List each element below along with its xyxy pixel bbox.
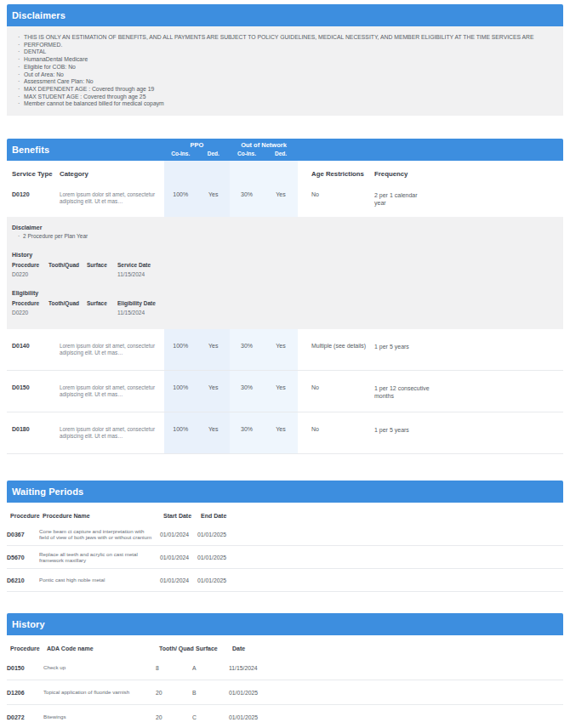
procedure-code: D1206 <box>7 690 43 696</box>
age-restrictions-value: No <box>311 426 374 453</box>
service-type-code: D0180 <box>12 426 60 453</box>
procedure-value: D0220 <box>12 310 48 316</box>
age-restrictions-value: Multiple (see details) <box>311 343 374 370</box>
service-date-value: 11/15/2024 <box>117 271 555 277</box>
frequency-value: 1 per 12 consecutive months <box>374 384 430 412</box>
details-history-title: History <box>12 252 555 258</box>
oon-values: 30%Yes <box>230 426 298 453</box>
disclaimer-item: PERFORMED. <box>18 42 553 49</box>
disclaimer-item: Eligible for COB: No <box>18 64 553 71</box>
surface-value: B <box>192 690 229 696</box>
waiting-periods-table-header-row: Procedure Procedure Name Start Date End … <box>7 503 563 523</box>
frequency-value: 1 per 5 years <box>374 343 430 370</box>
details-eligibility-row: D0220 11/15/2024 <box>12 310 555 316</box>
procedure-name: Cone beam ct capture and interpretation … <box>39 528 160 541</box>
tooth-quad-value: 20 <box>156 714 192 720</box>
category-text: Lorem ipsum dolor sit amet, consectetur … <box>60 191 164 217</box>
end-date-value: 01/01/2025 <box>197 532 563 537</box>
oon-values: 30%Yes <box>230 384 298 412</box>
waiting-period-row: D5670 Replace all teeth and acrylic on c… <box>7 546 563 569</box>
ppo-values: 100%Yes <box>164 384 230 412</box>
surface-value: C <box>192 714 229 720</box>
service-type-column-header: Service Type <box>12 170 60 178</box>
procedure-name: Replace all teeth and acrylic on cast me… <box>39 551 160 564</box>
procedure-value: D0220 <box>12 271 48 277</box>
tooth-quad-value: 8 <box>156 665 192 671</box>
waiting-period-row: D6210 Pontic cast high noble metal 01/01… <box>7 569 563 592</box>
procedure-code: D6210 <box>7 577 39 583</box>
section-title: Waiting Periods <box>12 486 83 497</box>
category-text: Lorem ipsum dolor sit amet, consectetur … <box>60 384 164 412</box>
disclaimers-section: Disclaimers THIS IS ONLY AN ESTIMATION O… <box>7 4 563 116</box>
disclaimers-header-bar: Disclaimers <box>7 4 563 26</box>
ppo-ded-value: Yes <box>197 191 231 217</box>
surface-column-header: Surface <box>87 262 117 268</box>
tooth-quad-column-header: Tooth/Quad <box>48 262 87 268</box>
end-date-value: 01/01/2025 <box>197 577 563 583</box>
benefits-estimation-page: Disclaimers THIS IS ONLY AN ESTIMATION O… <box>0 0 570 728</box>
date-value: 11/15/2024 <box>229 665 563 671</box>
ppo-label: PPO <box>164 141 230 150</box>
disclaimer-item: THIS IS ONLY AN ESTIMATION OF BENEFITS, … <box>18 34 553 42</box>
age-restrictions-column-header: Age Restrictions <box>311 170 374 178</box>
oon-ded-value: Yes <box>264 426 298 453</box>
details-history-block: History Procedure Tooth/Quad Surface Ser… <box>12 252 555 277</box>
benefit-row-d0150[interactable]: D0150 Lorem ipsum dolor sit amet, consec… <box>7 371 563 412</box>
procedure-column-header: Procedure <box>10 646 47 651</box>
history-row: D0150 Check up 8 A 11/15/2024 <box>7 656 563 680</box>
disclaimer-item: Assessment Care Plan: No <box>18 78 553 86</box>
details-eligibility-title: Eligibility <box>12 290 555 296</box>
oon-ded-label: Ded. <box>264 150 298 157</box>
procedure-name-column-header: Procedure Name <box>43 513 163 519</box>
frequency-value: 1 per 5 years <box>374 426 430 453</box>
benefit-row-d0120[interactable]: D0120 Lorem ipsum dolor sit amet, consec… <box>7 186 563 217</box>
procedure-column-header: Procedure <box>12 300 48 306</box>
age-restrictions-value: No <box>311 384 374 412</box>
tooth-quad-column-header: Tooth/ Quad <box>159 646 196 651</box>
ppo-ded-value: Yes <box>197 384 231 412</box>
frequency-value: 2 per 1 calendar year <box>374 191 430 217</box>
procedure-code: D0367 <box>7 532 39 537</box>
disclaimer-item: HumanaDental Medicare <box>18 56 553 64</box>
history-row: D0272 Bitewings 20 C 01/01/2025 <box>7 705 563 728</box>
disclaimers-body: THIS IS ONLY AN ESTIMATION OF BENEFITS, … <box>7 26 563 116</box>
category-text: Lorem ipsum dolor sit amet, consectetur … <box>60 426 164 453</box>
benefits-table-header-row: Service Type Category Age Restrictions F… <box>7 161 563 186</box>
ppo-column-group-header: PPO Co-Ins. Ded. <box>164 141 230 157</box>
disclaimer-item: MAX DEPENDENT AGE : Covered through age … <box>18 86 553 94</box>
category-text: Lorem ipsum dolor sit amet, consectetur … <box>60 343 164 370</box>
section-title: History <box>12 619 45 629</box>
end-date-column-header: End Date <box>201 513 563 519</box>
ppo-ded-label: Ded. <box>197 150 231 157</box>
end-date-value: 01/01/2025 <box>197 555 563 560</box>
date-value: 01/01/2025 <box>229 714 563 720</box>
oon-coins-label: Co-Ins. <box>230 150 264 157</box>
oon-ded-value: Yes <box>264 384 298 412</box>
details-disclaimer-item: 2 Procedure per Plan Year <box>12 233 555 239</box>
out-of-network-label: Out of Network <box>230 141 298 150</box>
disclaimer-item: DENTAL <box>18 48 553 56</box>
ppo-coins-value: 100% <box>164 384 197 412</box>
start-date-value: 01/01/2024 <box>160 577 197 583</box>
ppo-coins-label: Co-Ins. <box>164 150 197 157</box>
surface-column-header: Surface <box>196 646 232 651</box>
benefits-section: Benefits PPO Co-Ins. Ded. Out of Network… <box>7 139 563 454</box>
benefits-header-bar: Benefits PPO Co-Ins. Ded. Out of Network… <box>7 139 563 161</box>
ada-code-name: Topical application of fluoride varnish <box>43 689 156 696</box>
procedure-code: D0272 <box>7 714 43 720</box>
oon-coins-value: 30% <box>230 191 264 217</box>
benefit-row-d0180[interactable]: D0180 Lorem ipsum dolor sit amet, consec… <box>7 412 563 454</box>
oon-ded-value: Yes <box>264 191 298 217</box>
service-type-code: D0120 <box>12 191 60 217</box>
benefit-row-d0140[interactable]: D0140 Lorem ipsum dolor sit amet, consec… <box>7 329 563 371</box>
start-date-column-header: Start Date <box>163 513 201 519</box>
tooth-quad-value <box>48 271 87 277</box>
surface-value <box>87 310 117 316</box>
details-history-header-row: Procedure Tooth/Quad Surface Service Dat… <box>12 262 555 268</box>
disclaimer-item: Member cannot be balanced billed for med… <box>18 100 553 108</box>
ppo-values: 100%Yes <box>164 343 230 370</box>
oon-coins-value: 30% <box>230 426 264 453</box>
waiting-period-row: D0367 Cone beam ct capture and interpret… <box>7 523 563 546</box>
benefit-row-details-panel: Disclaimer 2 Procedure per Plan Year His… <box>7 217 563 329</box>
ppo-ded-value: Yes <box>197 426 231 453</box>
